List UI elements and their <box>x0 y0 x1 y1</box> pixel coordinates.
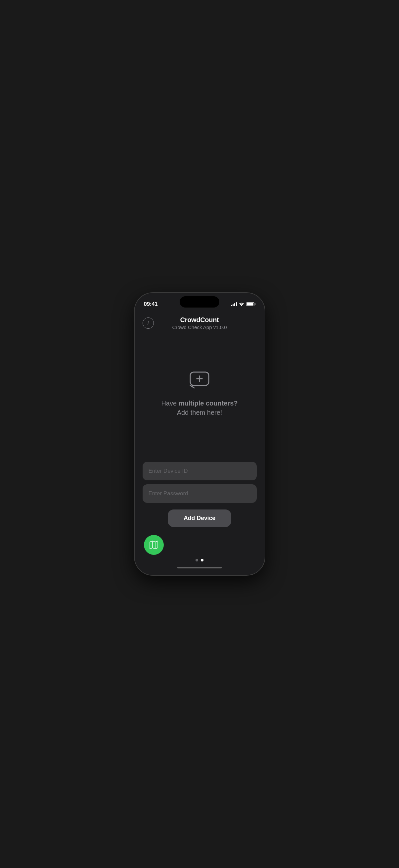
map-icon <box>149 540 159 550</box>
form-section: Add Device <box>142 462 257 535</box>
signal-bar-2 <box>233 304 234 306</box>
center-section: Have multiple counters? Add them here! <box>161 330 237 462</box>
page-dot-2 <box>201 559 203 561</box>
chat-plus-icon <box>189 369 210 391</box>
add-counter-icon-container <box>188 368 211 392</box>
battery-icon <box>246 302 256 306</box>
prompt-line2: Add them here! <box>161 408 237 417</box>
password-input[interactable] <box>142 484 257 503</box>
phone-frame: 09:41 i <box>135 293 265 575</box>
main-content: i CrowdCount Crowd Check App v1.0.0 <box>135 311 265 535</box>
signal-bar-1 <box>231 305 232 306</box>
info-button[interactable]: i <box>142 317 154 329</box>
app-subtitle: Crowd Check App v1.0.0 <box>172 324 227 330</box>
status-icons <box>231 302 256 307</box>
app-header: i CrowdCount Crowd Check App v1.0.0 <box>142 311 257 330</box>
device-id-input[interactable] <box>142 462 257 480</box>
bottom-section <box>135 535 265 575</box>
title-group: CrowdCount Crowd Check App v1.0.0 <box>172 316 227 330</box>
add-device-button[interactable]: Add Device <box>168 509 231 527</box>
app-title: CrowdCount <box>180 316 219 324</box>
wifi-icon <box>239 302 244 307</box>
prompt-text: Have multiple counters? Add them here! <box>161 399 237 417</box>
status-time: 09:41 <box>144 301 158 308</box>
info-icon: i <box>147 320 148 326</box>
signal-icon <box>231 302 237 306</box>
page-dot-1 <box>196 559 198 561</box>
home-indicator <box>177 567 222 568</box>
page-dots <box>196 559 203 561</box>
dynamic-island <box>180 296 219 308</box>
prompt-bold: multiple counters? <box>179 400 238 407</box>
signal-bar-4 <box>236 302 237 306</box>
map-fab-button[interactable] <box>144 535 164 555</box>
prompt-line1: Have multiple counters? <box>161 399 237 408</box>
signal-bar-3 <box>234 303 235 306</box>
